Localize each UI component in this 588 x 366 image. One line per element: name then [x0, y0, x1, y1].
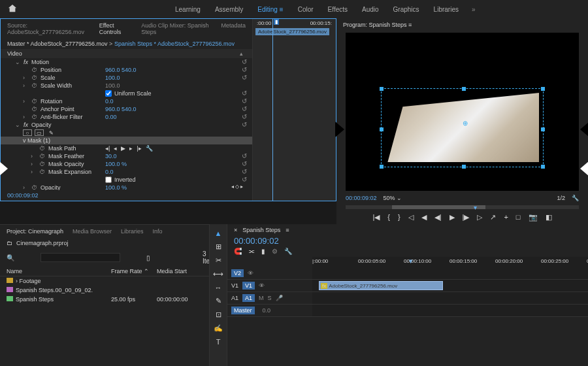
ellipse-mask-icon[interactable]: ○	[23, 129, 32, 136]
property-value[interactable]: 960.0 540.0	[105, 66, 239, 74]
stopwatch-icon[interactable]: ⏱	[31, 98, 37, 105]
zoom-dropdown[interactable]: 50% ⌄	[384, 195, 402, 201]
track-next-icon[interactable]: |▸	[137, 145, 141, 152]
next-key-icon[interactable]: ▸	[240, 184, 243, 190]
expand-icon[interactable]: ›	[31, 161, 36, 167]
timeline-timecode[interactable]: 00:00:09:02	[227, 236, 588, 246]
timeline-clip[interactable]: fxAdobeStock_277796256.mov	[319, 281, 443, 290]
tab-mixer[interactable]: Audio Clip Mixer: Spanish Steps	[141, 22, 210, 35]
project-item[interactable]: Spanish Steps.00_00_09_02.	[0, 286, 209, 295]
transport-btn-11[interactable]: □	[516, 213, 521, 222]
track-back-icon[interactable]: ◂	[114, 145, 117, 152]
workspace-effects[interactable]: Effects	[328, 6, 348, 13]
tool-5[interactable]: ✎	[216, 297, 221, 305]
track-lane[interactable]	[312, 292, 588, 304]
nav-arrow-left-white[interactable]	[0, 161, 8, 176]
transport-btn-12[interactable]: 📷	[529, 213, 538, 222]
eye-icon[interactable]: 👁	[259, 282, 265, 289]
search-icon[interactable]: 🔍	[7, 254, 14, 261]
mask-bounding-box[interactable]	[381, 88, 544, 167]
nav-arrow-right[interactable]	[580, 122, 588, 137]
eye-icon[interactable]: 👁	[248, 270, 253, 276]
col-mediastart[interactable]: Media Start	[157, 268, 203, 274]
col-name[interactable]: Name	[7, 268, 111, 274]
program-scrubber[interactable]: ▾	[346, 205, 579, 209]
stopwatch-icon[interactable]: ⏱	[31, 82, 37, 89]
workspace-editing[interactable]: Editing≡	[257, 6, 283, 13]
mask-handle[interactable]	[462, 165, 466, 169]
time-ruler[interactable]: ▾|:00:0000:00:05:0000:00:10:0000:00:15:0…	[312, 257, 588, 267]
settings-icon[interactable]: 🔧	[572, 195, 579, 201]
project-tab[interactable]: Project: Cinemagraph	[7, 228, 63, 235]
stopwatch-icon[interactable]: ⏱	[39, 169, 45, 175]
property-value[interactable]: 0.0	[105, 97, 239, 105]
reset-icon[interactable]: ↺	[239, 58, 252, 66]
settings-icon[interactable]: ⚙	[272, 248, 278, 255]
workspace-learning[interactable]: Learning	[175, 6, 201, 13]
stopwatch-icon[interactable]: ⏱	[39, 161, 45, 167]
stopwatch-icon[interactable]: ⏱	[31, 114, 37, 120]
reset-icon[interactable]: ↺	[239, 90, 252, 97]
link-icon[interactable]: ⫘	[248, 248, 255, 255]
program-monitor[interactable]: ⊕	[346, 33, 579, 191]
stopwatch-icon[interactable]: fx	[24, 59, 28, 65]
tool-2[interactable]: ✂	[216, 256, 221, 265]
mask-handle[interactable]	[380, 127, 384, 131]
tool-7[interactable]: ✍	[214, 324, 223, 333]
transport-btn-2[interactable]: }	[398, 213, 400, 222]
project-item[interactable]: › Footage	[0, 276, 209, 286]
expand-icon[interactable]: ⌄	[15, 59, 20, 65]
transport-btn-9[interactable]: ↗	[490, 213, 496, 222]
property-value[interactable]: 0.00	[105, 113, 239, 121]
stopwatch-icon[interactable]: ⏱	[39, 153, 45, 159]
track-fwd-icon[interactable]: ▸	[129, 145, 133, 152]
mic-icon[interactable]: 🎤	[276, 295, 283, 301]
mini-playhead-flag[interactable]: ▮	[274, 19, 279, 25]
pen-mask-icon[interactable]: ✎	[46, 129, 56, 136]
expand-icon[interactable]: ›	[23, 75, 28, 81]
reset-icon[interactable]: ↺	[239, 74, 252, 82]
mask-handle[interactable]	[541, 165, 545, 169]
reset-icon[interactable]: ↺	[239, 160, 252, 168]
mask-header[interactable]: v Mask (1)	[1, 137, 252, 144]
program-timecode[interactable]: 00:00:09:02	[346, 195, 377, 201]
transport-btn-6[interactable]: ▶	[449, 213, 455, 222]
effect-mini-timeline[interactable]: :00:00 ▮ 00:00:15: AdobeStock_277796256.…	[252, 19, 336, 201]
property-value[interactable]	[105, 121, 239, 129]
transport-btn-7[interactable]: |▶	[463, 213, 470, 222]
expand-icon[interactable]: ›	[23, 82, 28, 89]
transport-btn-3[interactable]: ◁	[408, 213, 414, 222]
track-lane[interactable]: fxAdobeStock_277796256.mov	[312, 280, 588, 291]
reset-icon[interactable]: ↺	[239, 66, 252, 74]
marker-icon[interactable]: ▮	[261, 248, 265, 255]
tool-3[interactable]: ⟷	[213, 270, 223, 278]
tab-source[interactable]: Source: AdobeStock_277796256.mov	[7, 22, 89, 35]
stopwatch-icon[interactable]: ⏱	[31, 106, 37, 112]
expand-icon[interactable]: ⌄	[15, 122, 20, 128]
solo-button[interactable]: S	[268, 295, 272, 301]
search-input[interactable]	[41, 253, 120, 262]
reset-icon[interactable]	[239, 82, 252, 90]
property-value[interactable]: 100.0	[105, 82, 239, 90]
snap-icon[interactable]: 🧲	[234, 248, 242, 255]
property-value[interactable]	[105, 58, 239, 66]
close-tab-icon[interactable]: ×	[234, 227, 237, 233]
nav-arrow-left[interactable]	[335, 122, 344, 137]
reset-icon[interactable]: ↺	[239, 168, 252, 176]
home-icon[interactable]	[8, 4, 18, 14]
workspace-color[interactable]: Color	[298, 6, 314, 13]
property-value[interactable]: 960.0 540.0	[105, 105, 239, 113]
reset-icon[interactable]: ↺	[239, 97, 252, 105]
expand-icon[interactable]: ›	[23, 184, 28, 190]
page-indicator[interactable]: 1/2	[557, 195, 565, 201]
track-source[interactable]: V1	[231, 282, 238, 289]
timeline-sequence-name[interactable]: Spanish Steps	[242, 227, 280, 233]
mute-button[interactable]: M	[259, 295, 264, 301]
reset-icon[interactable]: ↺	[239, 152, 252, 160]
tool-1[interactable]: ⊞	[216, 242, 221, 251]
checkbox-uniform-scale[interactable]: Uniform Scale	[105, 90, 239, 97]
filter-icon[interactable]: ▯	[146, 254, 150, 261]
mask-handle[interactable]	[462, 87, 466, 91]
tab-effect-controls[interactable]: Effect Controls	[99, 22, 131, 35]
transport-btn-4[interactable]: ◀	[421, 213, 427, 222]
